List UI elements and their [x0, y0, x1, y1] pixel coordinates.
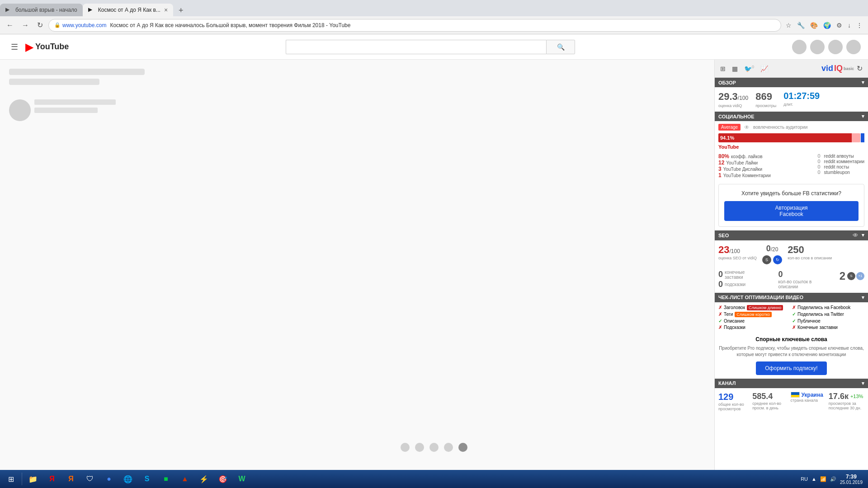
channel-views30-label: просмотров за последние 30 дн. [829, 401, 864, 410]
seo-subs-value: 0 [718, 280, 723, 289]
eye-icon: 👁 [744, 124, 750, 131]
new-tab-button[interactable]: + [175, 5, 187, 16]
seo-icon-row: S ↻ [762, 255, 782, 264]
fb-auth-button[interactable]: Авторизация Facebook [724, 201, 859, 221]
extension-btn-4[interactable]: ⚙ [835, 20, 844, 31]
dots-row [401, 443, 467, 452]
seo-links-value: 0 [778, 270, 783, 279]
subscribe-button[interactable]: Оформить подписку! [756, 361, 826, 375]
seo-fraction-denom: /20 [771, 246, 778, 253]
taskbar-skype[interactable]: S [138, 472, 156, 486]
reddit-apvouts-label: reddit апвоуты [824, 154, 854, 159]
taskbar-chrome[interactable]: ● [100, 472, 118, 486]
taskbar-start[interactable]: ⊞ [2, 472, 20, 486]
taskbar-antivirus[interactable]: 🛡 [81, 472, 99, 486]
vidiq-table-icon[interactable]: ▦ [730, 64, 740, 73]
channel-avg-label: среднее кол-во просм. в день [752, 401, 785, 410]
back-button[interactable]: ← [4, 19, 16, 31]
taskbar-app-blue[interactable]: 🎯 [214, 472, 232, 486]
taskbar-lang: RU [801, 476, 808, 482]
average-badge: Average [718, 124, 741, 131]
taskbar-app-red[interactable]: ▲ [176, 472, 194, 486]
reddit-comments-row: 0 reddit комментарии [817, 159, 864, 164]
yt-search-input[interactable] [286, 40, 546, 54]
competitive-title: Спорные ключевые слова [718, 336, 864, 343]
browser-menu-btn[interactable]: ⋮ [854, 20, 864, 31]
tab-favicon-1: ▶ [5, 6, 13, 14]
taskbar-yandex2[interactable]: Я [62, 472, 80, 486]
stat-duration: 01:27:59 длит. [783, 91, 820, 108]
taskbar-date: 25.01.2019 [840, 480, 863, 485]
stumbleupon-row: 0 stumbleupon [817, 169, 864, 175]
address-title: Космос от А до Я Как все начиналось Боль… [110, 22, 350, 28]
seo-subs-row: 0 подсказки [718, 280, 764, 289]
loading-bar-subtitle [9, 79, 99, 85]
vidiq-grid-icon[interactable]: ⊞ [718, 64, 727, 73]
section-header-social[interactable]: СОЦИАЛЬНОЕ ▾ [715, 112, 868, 121]
seo-word-count-label: кол-во слов в описании [788, 256, 832, 260]
metric-12-row: 12 YouTube Лайки [718, 160, 771, 166]
extension-btn-5[interactable]: ↓ [846, 20, 853, 31]
tab-close-btn[interactable]: × [164, 6, 168, 14]
taskbar-globe[interactable]: 🌐 [119, 472, 137, 486]
social-metrics-row: 80% коэфф. лайков 12 YouTube Лайки 3 You… [715, 151, 868, 180]
address-bar[interactable]: 🔒 www.youtube.com Космос от А до Я Как в… [48, 19, 781, 32]
extension-btn-2[interactable]: 🎨 [808, 20, 820, 31]
social-bar-fill: 94.1% [718, 133, 852, 142]
vidiq-refresh-icon[interactable]: ↻ [855, 63, 864, 74]
check-facebook: ✗ Поделились на Facebook [792, 305, 864, 310]
yt-search-button[interactable]: 🔍 [546, 40, 575, 54]
yt-logo[interactable]: ▶ YouTube [25, 41, 69, 53]
section-arrow-seo: ▾ [862, 232, 864, 238]
refresh-button[interactable]: ↻ [34, 19, 46, 31]
fb-promo-text: Хотите увидеть больше FB статистики? [724, 190, 859, 197]
vidiq-chart-icon[interactable]: 📈 [759, 64, 770, 73]
taskbar-lightning[interactable]: ⚡ [195, 472, 213, 486]
yt-avatar-2 [810, 40, 825, 54]
taskbar-whatsapp[interactable]: W [233, 472, 251, 486]
social-bar-bg: 94.1% [718, 133, 860, 142]
extension-btn-3[interactable]: 🌍 [821, 20, 833, 31]
metrics-right: 0 reddit апвоуты 0 reddit комментарии 0 … [817, 153, 864, 178]
yt-menu-button[interactable]: ☰ [7, 38, 22, 56]
seo-endcards-label: конечные заставки [725, 270, 764, 280]
taskbar-yandex1[interactable]: Я [43, 472, 61, 486]
yt-search-container: 🔍 [69, 40, 792, 54]
tab-inactive-1[interactable]: ▶ большой взрыв - начало [0, 4, 83, 16]
section-arrow-checklist: ▾ [862, 295, 864, 300]
section-title-checklist: ЧЕК-ЛИСТ ОПТИМИЗАЦИИ ВИДЕО [718, 295, 803, 300]
yt-logo-text: YouTube [35, 42, 69, 52]
bookmark-btn[interactable]: ☆ [784, 20, 793, 31]
seo-refresh-icons: S +1 [847, 272, 864, 280]
forward-button[interactable]: → [19, 19, 32, 31]
loading-line-1 [34, 99, 116, 105]
vidiq-twitter-icon[interactable]: 🐦0 [742, 64, 756, 73]
taskbar-sep-1 [22, 473, 22, 485]
section-header-checklist[interactable]: ЧЕК-ЛИСТ ОПТИМИЗАЦИИ ВИДЕО ▾ [715, 293, 868, 302]
stat-score-value: 29.3/100 [718, 91, 748, 103]
metric-12-value: 12 [718, 160, 724, 166]
seo-icon2-refresh: +1 [856, 272, 864, 280]
seo-icon-blue: ↻ [773, 255, 782, 264]
tab-label-1: большой взрыв - начало [15, 7, 77, 13]
metrics-left: 80% коэфф. лайков 12 YouTube Лайки 3 You… [718, 153, 771, 178]
vidiq-logo-iq: IQ [834, 64, 843, 73]
tab-active-1[interactable]: ▶ Космос от А до Я Как в... × [83, 4, 173, 16]
section-arrow-channel: ▾ [862, 380, 864, 386]
section-header-seo[interactable]: SEO 👁 ▾ [715, 230, 868, 240]
ukraine-flag [791, 392, 800, 398]
section-header-overview[interactable]: ОБЗОР ▾ [715, 78, 868, 87]
extension-btn-1[interactable]: 🔧 [795, 20, 807, 31]
section-header-channel[interactable]: КАНАЛ ▾ [715, 379, 868, 388]
section-arrow-overview: ▾ [862, 80, 864, 85]
vidiq-logo-text: vid [821, 64, 833, 73]
channel-avg-value: 585.4 [752, 392, 785, 401]
taskbar-app-green[interactable]: ■ [157, 472, 175, 486]
taskbar-folder[interactable]: 📁 [24, 472, 42, 486]
section-title-channel: КАНАЛ [718, 380, 736, 386]
social-bar-side [861, 133, 864, 142]
yt-avatar-3 [828, 40, 843, 54]
stat-duration-value: 01:27:59 [783, 91, 820, 101]
seo-fraction-value: 0 [766, 244, 771, 253]
taskbar: ⊞ 📁 Я Я 🛡 ● 🌐 S ■ ▲ ⚡ 🎯 W RU ▲ 📶 🔊 7:3 [0, 470, 868, 488]
